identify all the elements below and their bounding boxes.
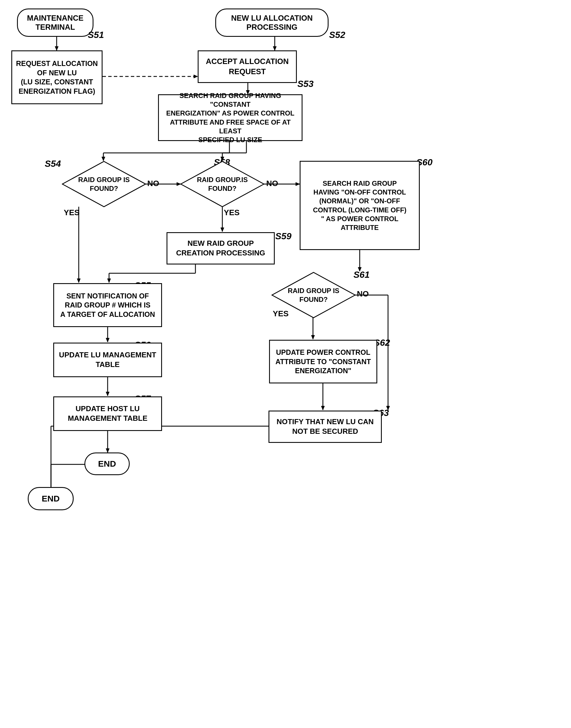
- diamond-s54-node: RAID GROUP IS FOUND?: [62, 161, 146, 207]
- svg-marker-3: [273, 46, 276, 50]
- diamond-s58-text: RAID GROUP.IS FOUND?: [197, 175, 248, 193]
- s58-yes-label: YES: [224, 208, 240, 217]
- s61-no-label: NO: [357, 289, 369, 298]
- maintenance-terminal-node: MAINTENANCE TERMINAL: [17, 8, 94, 37]
- step-s61: S61: [353, 269, 370, 280]
- update-host-lu-node: UPDATE HOST LU MANAGEMENT TABLE: [53, 396, 162, 431]
- s58-no-label: NO: [266, 179, 278, 188]
- search-raid-onoff-node: SEARCH RAID GROUP HAVING "ON-OFF CONTROL…: [300, 161, 420, 250]
- diamond-s61-text: RAID GROUP IS FOUND?: [288, 286, 339, 304]
- svg-marker-42: [321, 406, 325, 410]
- svg-marker-17: [77, 279, 81, 282]
- update-power-node: UPDATE POWER CONTROL ATTRIBUTE TO "CONST…: [269, 340, 377, 383]
- new-lu-allocation-node: NEW LU ALLOCATION PROCESSING: [215, 8, 329, 37]
- step-s54: S54: [45, 158, 61, 169]
- diamond-s58-node: RAID GROUP.IS FOUND?: [180, 161, 264, 207]
- s61-yes-label: YES: [273, 309, 289, 318]
- s54-no-label: NO: [147, 179, 159, 188]
- svg-marker-5: [194, 75, 198, 78]
- end-node-left: END: [84, 453, 130, 475]
- step-s52: S52: [329, 30, 345, 40]
- svg-marker-35: [106, 449, 109, 453]
- s54-yes-label: YES: [64, 208, 80, 217]
- step-s59: S59: [275, 231, 292, 242]
- accept-allocation-node: ACCEPT ALLOCATION REQUEST: [198, 50, 297, 83]
- request-allocation-node: REQUEST ALLOCATION OF NEW LU (LU SIZE, C…: [11, 50, 103, 104]
- update-lu-node: UPDATE LU MANAGEMENT TABLE: [53, 343, 162, 377]
- end-node-final: END: [28, 487, 74, 510]
- flowchart-diagram: MAINTENANCE TERMINAL S51 NEW LU ALLOCATI…: [0, 0, 571, 728]
- new-raid-creation-node: NEW RAID GROUP CREATION PROCESSING: [166, 232, 275, 264]
- step-s51: S51: [88, 30, 104, 40]
- search-raid-const-node: SEARCH RAID GROUP HAVING "CONSTANT ENERG…: [158, 94, 303, 141]
- svg-marker-31: [106, 338, 109, 342]
- sent-notification-node: SENT NOTIFICATION OF RAID GROUP # WHICH …: [53, 283, 162, 327]
- svg-marker-27: [107, 279, 111, 282]
- diamond-s54-text: RAID GROUP IS FOUND?: [78, 175, 130, 193]
- svg-marker-21: [221, 228, 224, 232]
- notify-new-lu-node: NOTIFY THAT NEW LU CAN NOT BE SECURED: [268, 410, 382, 443]
- svg-marker-33: [106, 392, 109, 396]
- svg-marker-23: [296, 183, 300, 186]
- svg-marker-1: [55, 46, 59, 50]
- svg-marker-37: [311, 335, 315, 339]
- step-s53: S53: [298, 79, 314, 89]
- svg-marker-11: [102, 157, 105, 161]
